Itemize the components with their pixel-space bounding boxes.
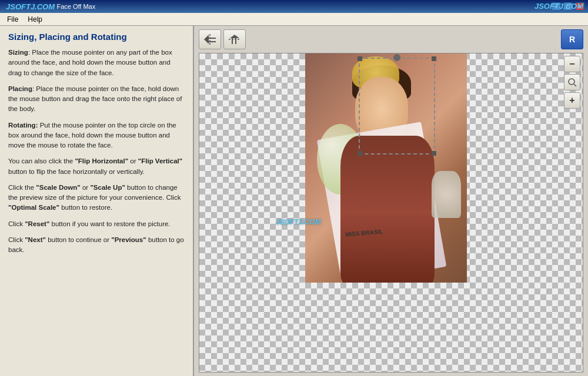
zoom-fit-icon [567, 78, 577, 87]
rotation-handle[interactable] [393, 54, 400, 61]
menu-file[interactable]: File [2, 14, 23, 25]
resize-handle-tr[interactable] [432, 56, 436, 61]
dress [340, 136, 435, 283]
flip-horizontal-icon [203, 33, 217, 45]
paragraph-flip: You can also click the "Flip Horizontal"… [8, 156, 185, 177]
zoom-in-button[interactable]: + [564, 92, 580, 109]
paragraph-rotating: Rotating: Put the mouse pointer on the t… [8, 120, 185, 151]
sizing-label: Sizing [8, 49, 28, 56]
title-bar-text: Face Off Max [56, 3, 95, 10]
paragraph-next: Click "Next" button to continue or "Prev… [8, 235, 185, 256]
trophy [432, 171, 461, 218]
reset-icon: R [569, 35, 575, 44]
title-bar: JSOFTJ.COM Face Off Max − □ × JSOFTJ.COM [0, 0, 588, 13]
paragraph-placing: Placing: Place the mouse pointer on the … [8, 84, 185, 115]
placing-label: Placing [8, 85, 32, 92]
menu-help[interactable]: Help [23, 14, 47, 25]
reset-button[interactable]: R [561, 29, 583, 49]
panel-title: Sizing, Placing and Rotating [8, 32, 185, 42]
toolbar-row: R [199, 29, 583, 49]
svg-point-2 [569, 79, 574, 85]
flip-vertical-button[interactable] [223, 29, 246, 49]
app-logo-left: JSOFTJ.COM [6, 2, 55, 11]
app-logo-right: JSOFTJ.COM [534, 2, 583, 11]
main-container: Sizing, Placing and Rotating Sizing: Pla… [0, 26, 588, 376]
zoom-controls: − + [562, 53, 583, 111]
person-image: MISS BRASIL [305, 53, 467, 283]
canvas-watermark: JSOFTJ.COM [276, 218, 321, 226]
right-panel: R MISS BRASIL [194, 26, 588, 376]
left-panel: Sizing, Placing and Rotating Sizing: Pla… [0, 26, 194, 376]
svg-line-3 [574, 84, 576, 86]
zoom-out-button[interactable]: − [564, 56, 580, 72]
zoom-fit-button[interactable] [564, 74, 580, 90]
menu-bar: File Help [0, 13, 588, 26]
paragraph-reset: Click "Reset" button if you want to rest… [8, 219, 185, 229]
paragraph-scale: Click the "Scale Down" or "Scale Up" but… [8, 183, 185, 213]
flip-vertical-icon [228, 33, 242, 45]
rotating-label: Rotating: [8, 122, 38, 129]
canvas-area[interactable]: MISS BRASIL JSOFTJ.COM − [199, 53, 583, 372]
flip-horizontal-button[interactable] [199, 29, 221, 49]
paragraph-sizing: Sizing: Place the mouse pointer on any p… [8, 48, 185, 78]
